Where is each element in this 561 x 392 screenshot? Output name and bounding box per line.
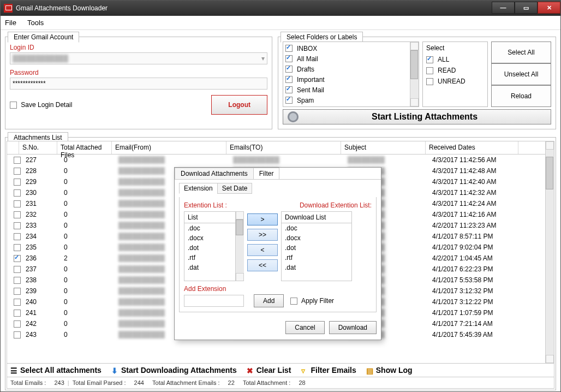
logout-button[interactable]: Logout: [211, 95, 267, 115]
checkbox-icon: [426, 78, 433, 85]
col-sno[interactable]: S.No.: [19, 141, 57, 154]
menu-tools[interactable]: Tools: [27, 19, 44, 27]
close-button[interactable]: ✕: [538, 2, 560, 14]
folder-item[interactable]: Sent Mail: [285, 85, 416, 95]
row-checkbox[interactable]: [14, 168, 21, 175]
subtab-extension[interactable]: Extension: [179, 183, 218, 194]
scroll-down-icon[interactable]: [546, 355, 554, 363]
folder-item[interactable]: Spam: [285, 95, 416, 105]
cancel-button[interactable]: Cancel: [285, 321, 324, 334]
checkbox-icon: [285, 66, 293, 73]
select-item[interactable]: READ: [426, 65, 484, 76]
list-item[interactable]: .rtf: [282, 253, 351, 263]
row-checkbox[interactable]: [14, 200, 21, 207]
maximize-button[interactable]: ▭: [515, 2, 538, 14]
start-listing-button[interactable]: Start Listing Attachments: [283, 109, 551, 124]
row-checkbox[interactable]: [14, 277, 21, 284]
folders-tab[interactable]: Select Folders or Labels: [280, 32, 363, 43]
row-checkbox[interactable]: [14, 255, 21, 262]
download-button[interactable]: Download: [329, 321, 377, 334]
checkbox-icon: [290, 298, 297, 305]
list-item[interactable]: .dot: [282, 243, 351, 253]
add-extension-input[interactable]: [184, 295, 244, 307]
reload-button[interactable]: Reload: [491, 85, 551, 107]
minimize-button[interactable]: —: [492, 2, 515, 14]
password-input[interactable]: [10, 78, 267, 90]
grid-header-row: S.No. Total Attached Files Email(From) E…: [7, 141, 554, 155]
extlist-scrollbar[interactable]: [235, 211, 244, 281]
col-date[interactable]: Received Dates: [426, 141, 518, 154]
list-item[interactable]: .dat: [282, 263, 351, 272]
folder-scrollbar[interactable]: [410, 42, 419, 106]
checkbox-icon: [426, 67, 433, 74]
login-id-dropdown[interactable]: ████████████ ▾: [10, 52, 267, 64]
select-item[interactable]: UNREAD: [426, 76, 484, 87]
select-item[interactable]: ALL: [426, 54, 484, 65]
row-checkbox[interactable]: [14, 288, 21, 295]
list-item[interactable]: .rtf: [184, 253, 243, 263]
scroll-up-icon[interactable]: [410, 42, 419, 50]
list-item[interactable]: .docx: [282, 233, 351, 243]
extension-list-label: Extention List :: [184, 201, 227, 209]
filter-emails-button[interactable]: ▿ Filter Emails: [301, 366, 356, 375]
add-button[interactable]: Add: [254, 294, 284, 307]
list-item[interactable]: .doc: [184, 223, 243, 233]
menu-file[interactable]: File: [5, 19, 16, 27]
row-checkbox[interactable]: [14, 310, 21, 317]
log-icon: ▤: [366, 366, 374, 374]
col-from[interactable]: Email(From): [112, 141, 226, 154]
row-checkbox[interactable]: [14, 189, 21, 197]
password-label: Password: [10, 69, 267, 76]
download-listbox[interactable]: Download List .doc.docx.dot.rtf.dat: [281, 211, 352, 281]
move-left-button[interactable]: <: [247, 244, 278, 256]
save-login-checkbox[interactable]: Save Login Detail: [10, 101, 72, 109]
row-checkbox[interactable]: [14, 244, 21, 251]
folder-item[interactable]: INBOX: [285, 43, 416, 54]
folder-list[interactable]: INBOXAll MailDraftsImportantSent MailSpa…: [283, 41, 419, 107]
row-checkbox[interactable]: [14, 331, 21, 338]
scroll-up-icon[interactable]: [546, 141, 554, 150]
tab-filter[interactable]: Filter: [253, 168, 280, 179]
folder-item[interactable]: Drafts: [285, 64, 416, 74]
login-panel: Enter Gmail Account Login ID ███████████…: [5, 37, 272, 129]
titlebar: Gmail Attachments Downloader — ▭ ✕: [1, 1, 560, 16]
row-checkbox[interactable]: [14, 211, 21, 218]
select-all-attachments-button[interactable]: ☰ Select All attachments: [10, 366, 102, 375]
move-right-button[interactable]: >: [247, 213, 278, 225]
list-item[interactable]: .doc: [282, 223, 351, 233]
filter-dialog: Download Attachments Filter Extension Se…: [174, 167, 381, 340]
table-row[interactable]: 2270████████████████████████████4/3/2017…: [7, 155, 545, 165]
row-checkbox[interactable]: [14, 179, 21, 186]
row-checkbox[interactable]: [14, 233, 21, 240]
list-item[interactable]: .docx: [184, 233, 243, 243]
login-tab[interactable]: Enter Gmail Account: [8, 32, 79, 43]
show-log-button[interactable]: ▤ Show Log: [366, 366, 413, 375]
row-checkbox[interactable]: [14, 222, 21, 229]
select-all-button[interactable]: Select All: [491, 41, 551, 63]
clear-icon: ✖: [247, 366, 254, 374]
col-to[interactable]: Emails(TO): [226, 141, 341, 154]
menubar: File Tools: [1, 16, 560, 30]
list-item[interactable]: .dat: [184, 263, 243, 272]
statusbar: Total Emails : 243 | Total Email Parsed …: [7, 377, 554, 389]
unselect-all-button[interactable]: Unselect All: [491, 63, 551, 85]
apply-filter-checkbox[interactable]: Apply Filter: [290, 297, 334, 305]
col-count[interactable]: Total Attached Files: [57, 141, 112, 154]
scroll-down-icon[interactable]: [410, 98, 419, 106]
row-checkbox[interactable]: [14, 320, 21, 328]
row-checkbox[interactable]: [14, 299, 21, 306]
list-item[interactable]: .dot: [184, 243, 243, 253]
move-all-right-button[interactable]: >>: [247, 229, 278, 241]
move-all-left-button[interactable]: <<: [247, 259, 278, 271]
row-checkbox[interactable]: [14, 266, 21, 273]
grid-scrollbar[interactable]: [545, 141, 554, 363]
clear-list-button[interactable]: ✖ Clear List: [247, 366, 291, 375]
checkbox-icon: [10, 102, 17, 109]
col-subject[interactable]: Subject: [341, 141, 426, 154]
folder-item[interactable]: All Mail: [285, 54, 416, 64]
tab-download-attachments[interactable]: Download Attachments: [175, 168, 254, 179]
subtab-set-date[interactable]: Set Date: [217, 183, 253, 194]
folder-item[interactable]: Important: [285, 74, 416, 85]
row-checkbox[interactable]: [14, 157, 21, 164]
start-download-button[interactable]: ⬇ Start Downloading Attachments: [111, 366, 237, 375]
